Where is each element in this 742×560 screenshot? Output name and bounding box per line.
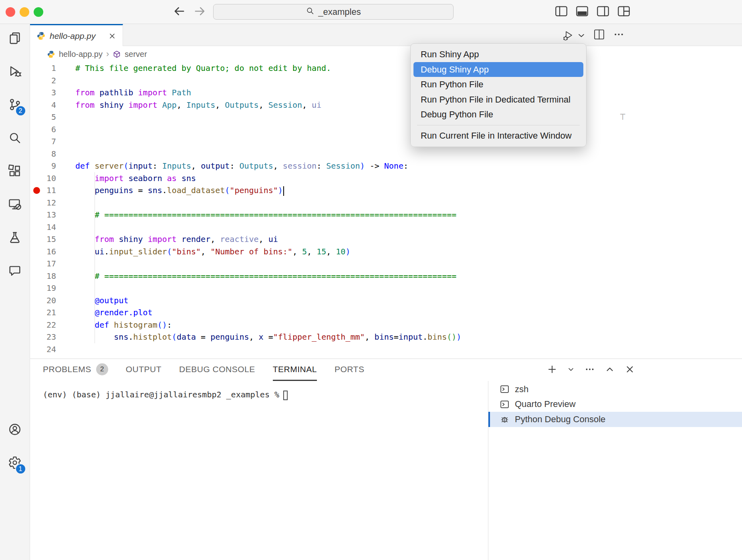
menu-item-debug-shiny-app[interactable]: Debug Shiny App [413, 62, 583, 77]
line-number-gutter[interactable]: 9 [30, 160, 56, 172]
code-line[interactable]: 3from pathlib import Path [30, 87, 742, 99]
sidebar-item-search[interactable] [0, 132, 30, 145]
terminal-list-item-python-debug-console[interactable]: Python Debug Console [488, 412, 742, 427]
menu-item-run-current-file-in-interactive-window[interactable]: Run Current File in Interactive Window [413, 128, 583, 143]
back-icon[interactable] [173, 5, 185, 19]
panel-tab-terminal[interactable]: TERMINAL [273, 359, 317, 381]
bottom-panel: PROBLEMS2OUTPUTDEBUG CONSOLETERMINALPORT… [30, 359, 742, 560]
breadcrumb-symbol[interactable]: server [125, 50, 147, 59]
line-number-gutter[interactable]: 2 [30, 75, 56, 87]
line-number-gutter[interactable]: 23 [30, 331, 56, 343]
code-line[interactable]: 6 [30, 123, 742, 136]
code-line[interactable]: 14 [30, 221, 742, 234]
code-line[interactable]: 22 def histogram(): [30, 319, 742, 331]
sidebar-item-source-control[interactable]: 2 [0, 99, 30, 112]
line-number-gutter[interactable]: 17 [30, 258, 56, 270]
line-number-gutter[interactable]: 1 [30, 62, 56, 75]
sidebar-item-comments[interactable] [0, 265, 30, 278]
code-line[interactable]: 7 [30, 135, 742, 148]
code-line[interactable]: 5 [30, 111, 742, 123]
panel-maximize-icon[interactable] [605, 364, 615, 376]
code-line[interactable]: 11 penguins = sns.load_dataset("penguins… [30, 184, 742, 197]
code-line[interactable]: 4from shiny import App, Inputs, Outputs,… [30, 99, 742, 111]
sidebar-item-explorer[interactable] [0, 32, 30, 46]
minimize-window-button[interactable] [20, 7, 29, 17]
terminal-output[interactable]: (env) (base) jjallaire@jjallairesmbp2 _e… [30, 381, 488, 560]
line-number-gutter[interactable]: 18 [30, 270, 56, 282]
toggle-panel-icon[interactable] [576, 5, 589, 19]
editor-more-actions-icon[interactable] [613, 28, 625, 42]
code-line[interactable]: 18 # ===================================… [30, 270, 742, 282]
code-line[interactable]: 1# This file generated by Quarto; do not… [30, 62, 742, 75]
settings-button[interactable]: 1 [0, 457, 30, 470]
code-editor[interactable]: 1# This file generated by Quarto; do not… [30, 62, 742, 359]
code-line[interactable]: 21 @render.plot [30, 306, 742, 319]
terminal-list-item-quarto-preview[interactable]: Quarto Preview [488, 397, 742, 412]
code-line[interactable]: 20 @output [30, 294, 742, 307]
line-number-gutter[interactable]: 21 [30, 306, 56, 319]
sidebar-item-extensions[interactable] [0, 165, 30, 179]
line-number-gutter[interactable]: 22 [30, 319, 56, 331]
code-line[interactable]: 17 [30, 258, 742, 270]
breadcrumb-file[interactable]: hello-app.py [59, 50, 103, 59]
line-number-gutter[interactable]: 3 [30, 87, 56, 99]
new-terminal-icon[interactable] [547, 364, 557, 376]
code-line[interactable]: 10 import seaborn as sns [30, 172, 742, 185]
run-python-file-button[interactable] [561, 29, 585, 41]
panel-tab-ports[interactable]: PORTS [335, 359, 364, 381]
line-number-gutter[interactable]: 11 [30, 184, 56, 197]
line-number-gutter[interactable]: 14 [30, 221, 56, 234]
sidebar-item-remote-explorer[interactable] [0, 198, 30, 212]
accounts-button[interactable] [0, 423, 30, 437]
line-number-gutter[interactable]: 16 [30, 246, 56, 258]
code-line[interactable]: 8 [30, 148, 742, 160]
code-line[interactable]: 12 [30, 197, 742, 209]
panel-tab-output[interactable]: OUTPUT [126, 359, 161, 381]
line-number-gutter[interactable]: 20 [30, 294, 56, 307]
panel-tab-problems[interactable]: PROBLEMS2 [43, 359, 108, 381]
code-line[interactable]: 24 [30, 343, 742, 356]
line-number-gutter[interactable]: 19 [30, 282, 56, 294]
code-line[interactable]: 19 [30, 282, 742, 294]
line-number-gutter[interactable]: 13 [30, 209, 56, 221]
code-line[interactable]: 9def server(input: Inputs, output: Outpu… [30, 160, 742, 172]
line-number-gutter[interactable]: 15 [30, 233, 56, 246]
toggle-secondary-sidebar-icon[interactable] [597, 5, 609, 19]
line-number-gutter[interactable]: 12 [30, 197, 56, 209]
code-text: @output [56, 294, 128, 307]
line-number-gutter[interactable]: 8 [30, 148, 56, 160]
line-number-gutter[interactable]: 6 [30, 123, 56, 136]
forward-icon[interactable] [194, 5, 206, 19]
terminal-dropdown-chevron-icon[interactable] [567, 364, 575, 376]
close-window-button[interactable] [6, 7, 15, 17]
customize-layout-icon[interactable] [617, 5, 630, 19]
menu-item-run-python-file-in-dedicated-terminal[interactable]: Run Python File in Dedicated Terminal [413, 92, 583, 107]
terminal-list-item-zsh[interactable]: zsh [488, 382, 742, 397]
sidebar-item-testing[interactable] [0, 232, 30, 245]
split-editor-icon[interactable] [593, 28, 605, 42]
editor-tab-hello-app[interactable]: hello-app.py [30, 24, 123, 46]
line-number-gutter[interactable]: 4 [30, 99, 56, 111]
code-line[interactable]: 2 [30, 75, 742, 87]
menu-item-run-shiny-app[interactable]: Run Shiny App [413, 47, 583, 62]
zoom-window-button[interactable] [34, 7, 43, 17]
command-center[interactable]: _examples [213, 4, 454, 20]
toggle-primary-sidebar-icon[interactable] [555, 5, 568, 19]
panel-tab-debug-console[interactable]: DEBUG CONSOLE [179, 359, 255, 381]
code-line[interactable]: 23 sns.histplot(data = penguins, x ="fli… [30, 331, 742, 343]
breakpoint-dot[interactable] [33, 187, 40, 194]
panel-more-actions-icon[interactable] [585, 364, 595, 376]
menu-item-run-python-file[interactable]: Run Python File [413, 77, 583, 92]
code-line[interactable]: 15 from shiny import render, reactive, u… [30, 233, 742, 246]
panel-close-icon[interactable] [625, 364, 635, 376]
line-number-gutter[interactable]: 24 [30, 343, 56, 356]
tab-close-icon[interactable] [108, 32, 116, 40]
menu-item-debug-python-file[interactable]: Debug Python File [413, 107, 583, 122]
code-text [56, 197, 75, 209]
sidebar-item-run-debug[interactable] [0, 65, 30, 79]
line-number-gutter[interactable]: 5 [30, 111, 56, 123]
line-number-gutter[interactable]: 10 [30, 172, 56, 185]
line-number-gutter[interactable]: 7 [30, 135, 56, 148]
code-line[interactable]: 13 # ===================================… [30, 209, 742, 221]
code-line[interactable]: 16 ui.input_slider("bins", "Number of bi… [30, 246, 742, 258]
